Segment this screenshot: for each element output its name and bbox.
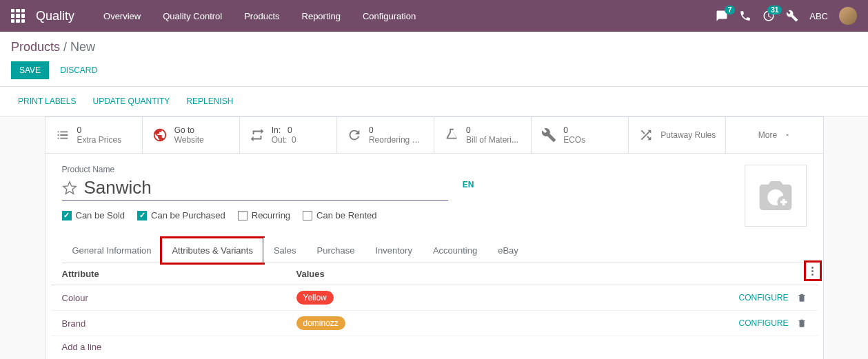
tab-general-information[interactable]: General Information — [62, 238, 162, 263]
stat-in-out[interactable]: In: 0Out: 0 — [240, 117, 337, 153]
check-can-be-rented[interactable]: Can be Rented — [303, 210, 376, 220]
stat-more[interactable]: More — [726, 117, 822, 153]
top-navbar: Quality Overview Quality Control Product… — [0, 0, 868, 32]
table-options-button[interactable] — [804, 260, 822, 281]
control-panel: Products / New SAVE DISCARD — [0, 32, 868, 87]
favorite-star-icon[interactable] — [62, 181, 77, 196]
table-row[interactable]: Brand dominozz CONFIGURE — [51, 311, 818, 336]
checkbox-icon — [303, 211, 312, 220]
tab-purchase[interactable]: Purchase — [306, 238, 365, 263]
nav-configuration[interactable]: Configuration — [353, 6, 425, 27]
check-can-be-sold[interactable]: Can be Sold — [62, 210, 125, 220]
nav-overview[interactable]: Overview — [94, 6, 150, 27]
checkbox-icon — [62, 211, 72, 220]
check-can-be-purchased[interactable]: Can be Purchased — [137, 210, 225, 220]
delete-icon[interactable] — [797, 318, 807, 328]
checkbox-icon — [137, 211, 147, 220]
delete-icon[interactable] — [797, 293, 807, 302]
nav-quality-control[interactable]: Quality Control — [153, 6, 232, 27]
tab-ebay[interactable]: eBay — [487, 238, 529, 263]
stat-putaway[interactable]: Putaway Rules — [629, 117, 726, 153]
activities-icon[interactable]: 31 — [763, 10, 775, 22]
flask-icon — [444, 127, 459, 143]
nav-products[interactable]: Products — [234, 6, 289, 27]
configure-button[interactable]: CONFIGURE — [739, 318, 789, 328]
user-avatar[interactable] — [839, 7, 857, 25]
update-quantity-button[interactable]: UPDATE QUANTITY — [85, 92, 176, 110]
save-button[interactable]: SAVE — [11, 61, 49, 79]
app-title[interactable]: Quality — [36, 9, 74, 23]
messages-icon[interactable]: 7 — [716, 10, 728, 22]
activities-badge: 31 — [767, 6, 782, 14]
configure-button[interactable]: CONFIGURE — [739, 293, 789, 302]
shuffle-icon — [638, 127, 654, 143]
value-tag[interactable]: Yellow — [296, 291, 334, 305]
breadcrumb-parent[interactable]: Products — [11, 40, 60, 54]
wrench-icon — [541, 127, 556, 143]
apps-menu-icon[interactable] — [11, 9, 25, 23]
product-image-upload[interactable] — [745, 165, 807, 227]
camera-icon — [756, 176, 795, 215]
stat-ecos[interactable]: 0ECOs — [532, 117, 629, 153]
breadcrumb: Products / New — [11, 40, 857, 54]
language-button[interactable]: EN — [463, 180, 474, 189]
tab-attributes-variants[interactable]: Attributes & Variants — [161, 238, 263, 263]
stat-bom[interactable]: 0Bill of Materi... — [434, 117, 532, 153]
messages-badge: 7 — [725, 6, 736, 14]
tab-inventory[interactable]: Inventory — [365, 238, 422, 263]
value-tag[interactable]: dominozz — [296, 316, 345, 330]
attributes-table: Attribute Values Colour Yellow CONFIGURE… — [46, 263, 823, 359]
checkbox-icon — [238, 211, 248, 220]
tab-accounting[interactable]: Accounting — [423, 238, 487, 263]
stat-buttons-row: 0Extra Prices Go toWebsite In: 0Out: 0 0… — [46, 117, 823, 154]
chevron-down-icon — [784, 132, 791, 139]
phone-icon[interactable] — [739, 10, 751, 22]
stat-website[interactable]: Go toWebsite — [143, 117, 240, 153]
table-row[interactable]: Colour Yellow CONFIGURE — [51, 285, 818, 311]
stat-reordering[interactable]: 0Reordering R... — [337, 117, 434, 153]
col-header-attribute: Attribute — [62, 269, 296, 279]
refresh-icon — [347, 127, 362, 143]
breadcrumb-current: New — [70, 40, 95, 54]
product-name-input[interactable] — [84, 177, 448, 198]
globe-icon — [152, 127, 168, 143]
replenish-button[interactable]: REPLENISH — [179, 92, 240, 110]
col-header-values: Values — [296, 269, 807, 279]
print-labels-button[interactable]: PRINT LABELS — [11, 92, 83, 110]
product-name-label: Product Name — [62, 165, 731, 174]
discard-button[interactable]: DISCARD — [52, 61, 105, 79]
attribute-link[interactable]: Brand — [62, 318, 296, 329]
user-name[interactable]: ABC — [809, 11, 828, 21]
tabs-row: General Information Attributes & Variant… — [62, 238, 807, 263]
form-sheet: 0Extra Prices Go toWebsite In: 0Out: 0 0… — [45, 116, 824, 359]
tab-sales[interactable]: Sales — [263, 238, 307, 263]
check-recurring[interactable]: Recurring — [238, 210, 290, 220]
nav-reporting[interactable]: Reporting — [292, 6, 350, 27]
kebab-icon — [811, 267, 814, 276]
debug-icon[interactable] — [786, 10, 798, 22]
list-icon — [55, 127, 70, 143]
stat-extra-prices[interactable]: 0Extra Prices — [46, 117, 143, 153]
attribute-link[interactable]: Colour — [62, 293, 296, 303]
transfer-icon — [250, 127, 265, 143]
add-line-button[interactable]: Add a line — [51, 336, 818, 358]
action-bar: PRINT LABELS UPDATE QUANTITY REPLENISH — [0, 87, 868, 116]
